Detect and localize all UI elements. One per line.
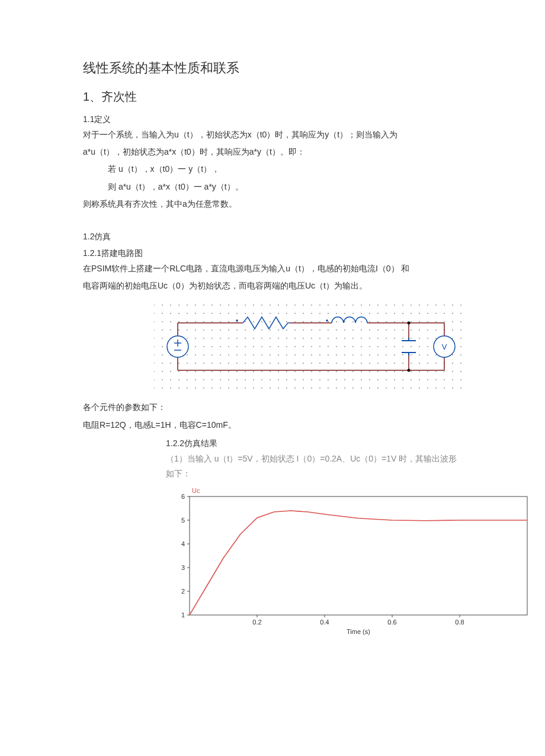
svg-point-147 — [427, 329, 428, 331]
svg-point-266 — [154, 363, 155, 364]
svg-point-342 — [154, 379, 155, 380]
svg-point-311 — [211, 371, 213, 372]
svg-text:6: 6 — [181, 493, 185, 500]
resistor-icon — [243, 317, 290, 329]
svg-point-94 — [303, 321, 304, 322]
svg-text:1: 1 — [181, 611, 185, 619]
svg-point-393 — [261, 387, 262, 389]
svg-point-287 — [328, 363, 329, 364]
svg-point-259 — [411, 354, 412, 355]
svg-point-139 — [361, 329, 362, 331]
svg-point-382 — [170, 387, 171, 389]
svg-text:Time (s): Time (s) — [347, 628, 370, 635]
svg-point-360 — [303, 379, 304, 380]
svg-point-338 — [435, 371, 437, 372]
svg-point-443 — [326, 320, 328, 322]
paragraph: a*u（t），初始状态为a*x（t0）时，其响应为a*y（t）。即： — [83, 145, 462, 159]
svg-point-150 — [452, 329, 453, 331]
svg-point-160 — [220, 338, 221, 339]
svg-text:0.2: 0.2 — [252, 619, 261, 626]
svg-point-81 — [195, 321, 196, 322]
svg-point-309 — [195, 371, 196, 372]
svg-point-219 — [394, 346, 395, 347]
svg-point-351 — [228, 379, 229, 380]
inductor-icon — [332, 317, 367, 323]
svg-point-336 — [419, 371, 420, 372]
svg-point-367 — [361, 379, 362, 380]
svg-point-146 — [419, 329, 420, 331]
svg-point-282 — [286, 363, 287, 364]
svg-point-442 — [236, 320, 238, 322]
svg-point-123 — [228, 329, 229, 331]
svg-point-285 — [311, 363, 312, 364]
svg-point-28 — [386, 305, 387, 306]
svg-point-124 — [236, 329, 238, 331]
svg-point-153 — [162, 338, 163, 339]
svg-point-248 — [319, 354, 320, 355]
svg-point-66 — [386, 313, 387, 314]
svg-point-90 — [270, 321, 271, 322]
svg-point-92 — [286, 321, 287, 322]
svg-point-322 — [303, 371, 304, 372]
svg-point-241 — [261, 354, 262, 355]
svg-point-131 — [294, 329, 296, 331]
svg-point-210 — [319, 346, 320, 347]
svg-point-240 — [253, 354, 254, 355]
svg-point-73 — [444, 313, 445, 314]
svg-point-297 — [411, 363, 412, 364]
svg-point-350 — [220, 379, 221, 380]
paragraph: 若 u（t），x（t0）一 y（t）， — [83, 162, 462, 177]
svg-point-250 — [336, 354, 337, 355]
svg-point-78 — [170, 321, 171, 322]
svg-point-262 — [435, 354, 437, 355]
svg-point-173 — [328, 338, 329, 339]
svg-point-202 — [253, 346, 254, 347]
paragraph: 在PSIM软件上搭建一个RLC电路，直流电源电压为输入u（t），电感的初始电流I… — [83, 261, 462, 276]
svg-point-411 — [411, 387, 412, 389]
svg-point-197 — [211, 346, 213, 347]
svg-text:V: V — [442, 342, 447, 351]
svg-point-274 — [220, 363, 221, 364]
svg-point-238 — [236, 354, 238, 355]
svg-point-276 — [236, 363, 238, 364]
svg-point-6 — [203, 305, 204, 306]
svg-point-9 — [228, 305, 229, 306]
svg-point-364 — [336, 379, 337, 380]
svg-point-58 — [319, 313, 320, 314]
svg-point-69 — [411, 313, 412, 314]
svg-point-234 — [203, 354, 204, 355]
svg-point-228 — [154, 354, 155, 355]
svg-point-12 — [253, 305, 254, 306]
paragraph: 电阻R=12Q，电感L=1H，电容C=10mF。 — [83, 418, 462, 433]
svg-point-23 — [344, 305, 345, 306]
svg-point-260 — [419, 354, 420, 355]
svg-point-157 — [195, 338, 196, 339]
svg-point-245 — [294, 354, 296, 355]
svg-point-275 — [228, 363, 229, 364]
svg-point-205 — [278, 346, 279, 347]
svg-point-385 — [195, 387, 196, 389]
svg-point-361 — [311, 379, 312, 380]
svg-point-354 — [253, 379, 254, 380]
circuit-diagram: V — [154, 299, 462, 394]
svg-point-68 — [402, 313, 403, 314]
svg-point-7 — [211, 305, 213, 306]
svg-point-270 — [187, 363, 188, 364]
svg-point-49 — [245, 313, 246, 314]
svg-point-343 — [162, 379, 163, 380]
svg-point-109 — [427, 321, 428, 322]
svg-point-132 — [303, 329, 304, 331]
svg-point-272 — [203, 363, 204, 364]
svg-point-5 — [195, 305, 196, 306]
svg-point-184 — [419, 338, 420, 339]
svg-point-403 — [344, 387, 345, 389]
svg-point-179 — [377, 338, 379, 339]
svg-point-295 — [394, 363, 395, 364]
svg-point-374 — [419, 379, 420, 380]
svg-point-299 — [427, 363, 428, 364]
svg-point-298 — [419, 363, 420, 364]
svg-point-177 — [361, 338, 362, 339]
svg-point-13 — [261, 305, 262, 306]
svg-text:0.6: 0.6 — [387, 619, 396, 626]
svg-point-409 — [394, 387, 395, 389]
